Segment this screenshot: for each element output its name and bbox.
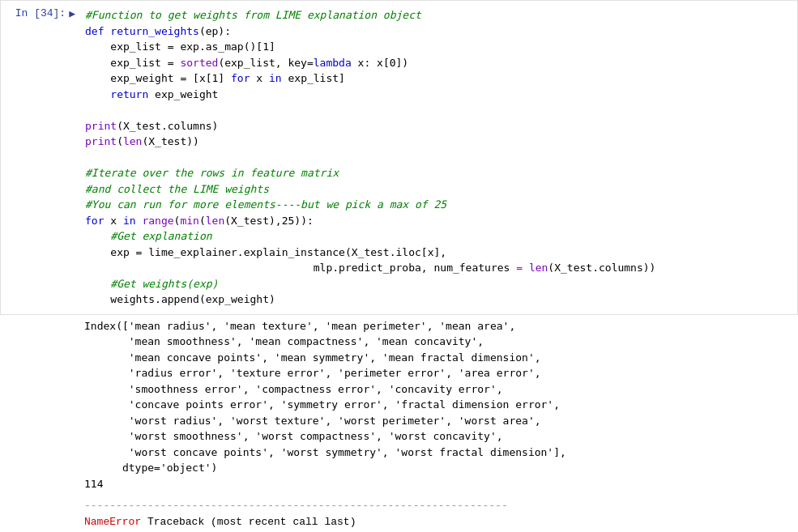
run-indicator[interactable]: ▶ (69, 7, 75, 20)
error-prompt-spacer (0, 496, 81, 532)
fn-return-weights: return_weights (110, 25, 199, 37)
eq-op: = (516, 262, 523, 274)
comment-get-exp: #Get explanation (110, 230, 211, 242)
kw-lambda: lambda (314, 57, 352, 69)
separator-text: ----------------------------------------… (84, 500, 508, 512)
comment-collect: #and collect the LIME weights (85, 183, 269, 195)
traceback-label: Traceback (most recent call last) (147, 516, 356, 528)
error-name-label: NameError (84, 516, 147, 528)
kw-for: for (231, 72, 250, 84)
kw-in2: in (123, 215, 136, 227)
kw-for: for (85, 215, 104, 227)
bi-print1: print (85, 120, 117, 132)
error-separator-row: ----------------------------------------… (0, 495, 798, 532)
cell-output: Index(['mean radius', 'mean texture', 'm… (0, 315, 798, 496)
cell-label: In [34]: (15, 7, 66, 19)
bi-len1: len (123, 135, 142, 147)
output-prompt (0, 317, 81, 494)
kw-def: def (85, 25, 104, 37)
kw-return: return (110, 88, 148, 100)
comment-max: #You can run for more elements----but we… (85, 198, 446, 211)
comment-line1: #Function to get weights from LIME expla… (85, 9, 421, 21)
kw-in: in (269, 72, 282, 84)
cell-code-area[interactable]: #Function to get weights from LIME expla… (82, 4, 797, 311)
bi-print2: print (85, 135, 117, 147)
cell-prompt: In [34]: ▶ (1, 4, 82, 311)
code-content: #Function to get weights from LIME expla… (85, 7, 791, 308)
bi-range: range (142, 215, 173, 227)
code-cell: In [34]: ▶ #Function to get weights from… (0, 0, 798, 315)
bi-min: min (180, 215, 198, 227)
output-text: Index(['mean radius', 'mean texture', 'm… (81, 317, 798, 494)
error-content: ----------------------------------------… (81, 496, 798, 532)
comment-get-weights: #Get weights(exp) (110, 278, 218, 290)
bi-len3: len (529, 262, 548, 274)
bi-len2: len (206, 215, 224, 227)
error-header-line: NameError Traceback (most recent call la… (84, 514, 795, 530)
index-output: Index(['mean radius', 'mean texture', 'm… (84, 318, 792, 492)
separator-line: ----------------------------------------… (84, 498, 795, 514)
comment-iterate: #Iterate over the rows in feature matrix (85, 167, 339, 179)
bi-sorted: sorted (180, 57, 218, 69)
